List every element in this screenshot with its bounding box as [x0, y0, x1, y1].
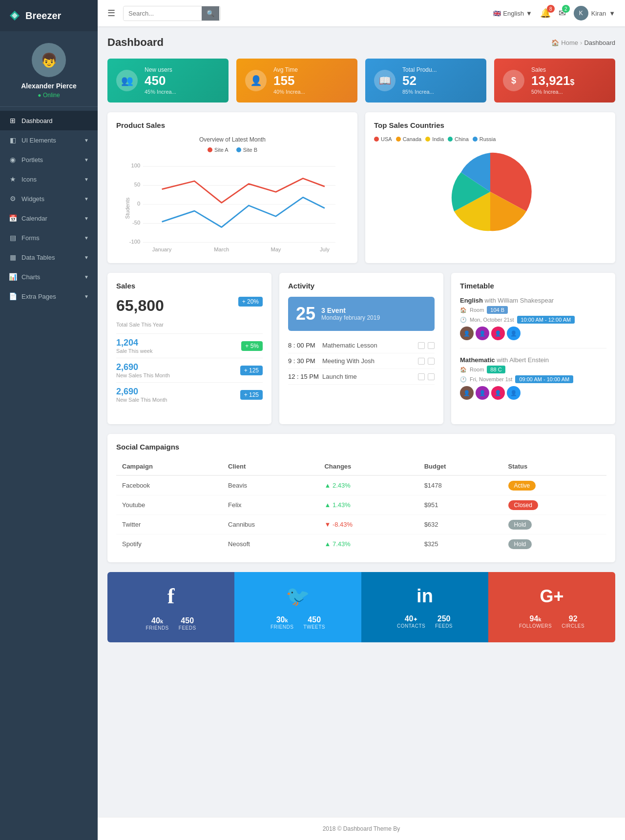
clock-icon-1: 🕐 [460, 317, 467, 323]
flag-icon: 🇬🇧 [493, 10, 501, 17]
activity-card-title: Activity [288, 282, 435, 290]
messages-button[interactable]: ✉2 [559, 8, 566, 19]
activity-item-2: 9 : 30 PM Meeting With Josh [288, 353, 435, 369]
social-card-facebook[interactable]: f 40k FRIENDS 450 FEEDS [107, 572, 234, 642]
campaign-client-1: Beavis [222, 475, 318, 495]
check-icon-4[interactable] [428, 358, 435, 365]
sidebar-item-calendar[interactable]: 📅Calendar ▼ [0, 208, 98, 228]
sidebar-label-widgets: Widgets [21, 195, 44, 203]
student-avatar-7: 👤 [491, 386, 505, 400]
svg-text:May: May [271, 246, 281, 252]
col-budget: Budget [418, 458, 502, 475]
activity-item-3: 12 : 15 PM Launch time [288, 369, 435, 385]
status-badge-hold-1: Hold [508, 520, 532, 530]
activity-date: Monday february 2019 [321, 314, 380, 321]
campaign-client-3: Cannibus [222, 515, 318, 534]
sidebar-label-ui: UI Elements [21, 137, 56, 144]
legend-india: India [425, 136, 444, 142]
social-card-linkedin[interactable]: in 40✦ CONTACTS 250 FEEDS [361, 572, 488, 642]
facebook-feeds: 450 FEEDS [179, 616, 196, 631]
breadcrumb-home-icon: 🏠 [551, 39, 559, 46]
legend-russia: Russia [473, 136, 496, 142]
check-icon-3[interactable] [418, 358, 425, 365]
campaign-status-2: Closed [502, 495, 606, 515]
charts-row: Product Sales Overview of Latest Month S… [107, 112, 615, 263]
check-icon-6[interactable] [428, 373, 435, 380]
hamburger-menu-button[interactable]: ☰ [107, 8, 115, 19]
breezer-logo-icon [8, 9, 21, 22]
room-badge-1: 104 B [487, 306, 508, 314]
product-sales-card: Product Sales Overview of Latest Month S… [107, 112, 357, 263]
status-badge-hold-2: Hold [508, 539, 532, 549]
sales-card-title: Sales [116, 282, 263, 290]
language-label: English [503, 10, 524, 17]
sales-card: Sales 65,800 + 20% Total Sale This Year … [107, 273, 271, 424]
timetable-card-title: Timetable [460, 282, 606, 290]
sidebar-item-charts[interactable]: 📊Charts ▼ [0, 267, 98, 287]
search-button[interactable]: 🔍 [202, 6, 219, 20]
stat-card-new-users: 👥 New users 450 45% Increa... [107, 59, 229, 102]
linkedin-stats: 40✦ CONTACTS 250 FEEDS [397, 615, 453, 629]
twitter-tweets: 450 TWEETS [303, 615, 325, 630]
sales-monthly-value: 2,690 [116, 362, 170, 372]
status-badge-closed: Closed [508, 500, 538, 510]
timetable-card: Timetable English with William Shakespea… [451, 273, 615, 424]
student-avatar-4: 👤 [507, 327, 521, 340]
timetable-meta-1: 🏠 Room 104 B [460, 306, 606, 314]
twitter-stats: 30k FRIENDS 450 TWEETS [271, 615, 325, 630]
stat-value-new-users: 450 [145, 74, 220, 87]
activity-item-1: 8 : 00 PM Mathematic Lesson [288, 338, 435, 353]
sidebar-item-data-tables[interactable]: ▦Data Tables ▼ [0, 247, 98, 267]
activity-name-3: Launch time [322, 373, 418, 380]
timetable-date-1: 🕐 Mon, October 21st 10:00 AM - 12:00 AM [460, 316, 606, 324]
sidebar-item-icons[interactable]: ★Icons ▼ [0, 169, 98, 189]
timetable-item-2: Mathematic with Albert Enstein 🏠 Room 88… [460, 356, 606, 408]
search-input[interactable] [124, 7, 202, 20]
student-avatar-8: 👤 [507, 386, 521, 400]
messages-badge: 2 [562, 5, 570, 13]
check-icon[interactable] [418, 342, 425, 349]
ui-elements-icon: ◧ [9, 136, 17, 144]
chevron-down-icon-6: ▼ [84, 235, 89, 241]
chevron-down-icon-5: ▼ [84, 216, 89, 221]
campaign-name-4: Spotify [116, 534, 222, 554]
sidebar-item-portlets[interactable]: ◉Portlets ▼ [0, 150, 98, 169]
twitter-icon: 🐦 [286, 585, 310, 608]
legend-usa: USA [374, 136, 392, 142]
check-icon-5[interactable] [418, 373, 425, 380]
sales-total-value: 65,800 [116, 297, 164, 315]
sidebar-label-extra: Extra Pages [21, 293, 56, 300]
clock-icon-2: 🕐 [460, 376, 467, 383]
student-avatar-6: 👤 [476, 386, 489, 400]
sidebar-label-portlets: Portlets [21, 156, 43, 164]
new-users-icon: 👥 [116, 70, 138, 91]
chart-subtitle: Overview of Latest Month [116, 136, 349, 143]
activity-card: Activity 25 3 Event Monday february 2019… [279, 273, 443, 424]
activity-time-3: 12 : 15 PM [288, 373, 322, 380]
svg-text:50: 50 [134, 182, 140, 187]
sidebar-item-forms[interactable]: ▤Forms ▼ [0, 228, 98, 247]
svg-text:-50: -50 [132, 220, 140, 225]
campaign-change-1: ▲ 2.43% [318, 475, 418, 495]
social-card-googleplus[interactable]: G+ 94k FOLLOWERS 92 CIRCLES [488, 572, 615, 642]
language-selector[interactable]: 🇬🇧 English ▼ [493, 10, 532, 17]
top-sales-card: Top Sales Countries USA Canada India Chi… [365, 112, 615, 263]
table-row: Twitter Cannibus ▼ -8.43% $632 Hold [116, 515, 606, 534]
sidebar-item-widgets[interactable]: ⚙Widgets ▼ [0, 189, 98, 208]
activity-header: 25 3 Event Monday february 2019 [288, 297, 435, 331]
sidebar-item-extra-pages[interactable]: 📄Extra Pages ▼ [0, 287, 98, 306]
social-card-twitter[interactable]: 🐦 30k FRIENDS 450 TWEETS [234, 572, 361, 642]
charts-icon: 📊 [9, 273, 17, 281]
sidebar-item-ui-elements[interactable]: ◧UI Elements ▼ [0, 130, 98, 150]
notifications-button[interactable]: 🔔8 [540, 8, 551, 19]
legend-canada: Canada [396, 136, 422, 142]
check-icon-2[interactable] [428, 342, 435, 349]
campaign-budget-3: $632 [418, 515, 502, 534]
stat-card-avg-time: 👤 Avg Time 155 40% Increa... [236, 59, 357, 102]
footer-text: 2018 © Dashboard Theme By [323, 825, 400, 832]
pie-legend: USA Canada India China Russia [374, 136, 606, 142]
sidebar-item-dashboard[interactable]: ⊞Dashboard [0, 111, 98, 130]
googleplus-circles: 92 CIRCLES [562, 615, 584, 629]
stat-change-avg-time: 40% Increa... [273, 89, 349, 95]
user-menu[interactable]: K Kiran ▼ [574, 6, 615, 20]
